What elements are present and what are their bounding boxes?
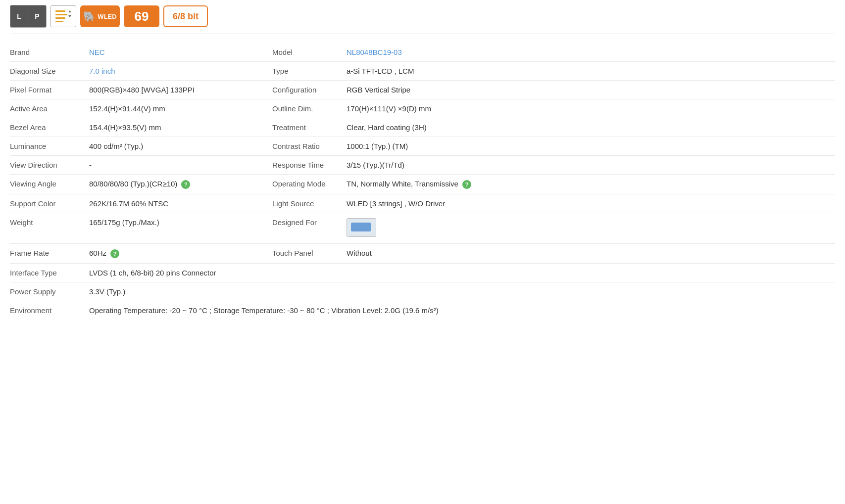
label-touch-panel: Touch Panel	[272, 244, 347, 264]
designed-for-image	[347, 218, 376, 237]
label-support-color: Support Color	[10, 194, 89, 213]
table-row: View Direction - Response Time 3/15 (Typ…	[10, 156, 835, 175]
value-pixel-format: 800(RGB)×480 [WVGA] 133PPI	[89, 81, 272, 99]
table-row: Viewing Angle 80/80/80/80 (Typ.)(CR≥10) …	[10, 175, 835, 194]
label-interface: Interface Type	[10, 264, 89, 282]
table-row: Brand NEC Model NL8048BC19-03	[10, 43, 835, 62]
value-outline-dim: 170(H)×111(V) ×9(D) mm	[347, 99, 835, 118]
label-viewing-angle: Viewing Angle	[10, 175, 89, 194]
operating-mode-help-icon[interactable]: ?	[462, 180, 471, 189]
table-row: Weight 165/175g (Typ./Max.) Designed For	[10, 213, 835, 244]
value-response-time: 3/15 (Typ.)(Tr/Td)	[347, 156, 835, 175]
value-configuration: RGB Vertical Stripe	[347, 81, 835, 99]
label-contrast-ratio: Contrast Ratio	[272, 137, 347, 156]
value-view-direction: -	[89, 156, 272, 175]
label-operating-mode: Operating Mode	[272, 175, 347, 194]
wled-label: WLED	[98, 13, 116, 20]
label-brand: Brand	[10, 43, 89, 62]
lines-icon	[55, 9, 71, 23]
wled-button[interactable]: 🐘 WLED	[80, 5, 120, 27]
label-designed-for: Designed For	[272, 213, 347, 244]
table-row: Active Area 152.4(H)×91.44(V) mm Outline…	[10, 99, 835, 118]
lines-button[interactable]	[50, 5, 76, 27]
68bit-label: 6/8 bit	[173, 11, 199, 22]
svg-rect-0	[55, 10, 65, 12]
value-touch-panel: Without	[347, 244, 835, 264]
svg-rect-2	[55, 17, 65, 19]
brand-link[interactable]: NEC	[89, 48, 105, 56]
table-row: Diagonal Size 7.0 inch Type a-Si TFT-LCD…	[10, 62, 835, 81]
label-bezel-area: Bezel Area	[10, 118, 89, 137]
value-operating-mode: TN, Normally White, Transmissive ?	[347, 175, 835, 194]
label-pixel-format: Pixel Format	[10, 81, 89, 99]
table-row: Bezel Area 154.4(H)×93.5(V) mm Treatment…	[10, 118, 835, 137]
svg-rect-3	[55, 21, 63, 22]
value-contrast-ratio: 1000:1 (Typ.) (TM)	[347, 137, 835, 156]
table-row: Power Supply 3.3V (Typ.)	[10, 282, 835, 301]
label-outline-dim: Outline Dim.	[272, 99, 347, 118]
label-diagonal: Diagonal Size	[10, 62, 89, 81]
label-model: Model	[272, 43, 347, 62]
value-luminance: 400 cd/m² (Typ.)	[89, 137, 272, 156]
diagonal-value: 7.0 inch	[89, 67, 115, 75]
label-configuration: Configuration	[272, 81, 347, 99]
l-label: L	[10, 5, 28, 27]
table-row: Luminance 400 cd/m² (Typ.) Contrast Rati…	[10, 137, 835, 156]
table-row: Support Color 262K/16.7M 60% NTSC Light …	[10, 194, 835, 213]
value-designed-for	[347, 213, 835, 244]
model-link[interactable]: NL8048BC19-03	[347, 48, 402, 56]
69-button[interactable]: 69	[124, 5, 159, 27]
value-environment: Operating Temperature: -20 ~ 70 °C ; Sto…	[89, 301, 835, 320]
viewing-angle-help-icon[interactable]: ?	[181, 180, 190, 189]
p-label: P	[28, 5, 46, 27]
label-response-time: Response Time	[272, 156, 347, 175]
value-weight: 165/175g (Typ./Max.)	[89, 213, 272, 244]
label-active-area: Active Area	[10, 99, 89, 118]
value-model: NL8048BC19-03	[347, 43, 835, 62]
value-bezel-area: 154.4(H)×93.5(V) mm	[89, 118, 272, 137]
label-environment: Environment	[10, 301, 89, 320]
label-weight: Weight	[10, 213, 89, 244]
label-treatment: Treatment	[272, 118, 347, 137]
value-diagonal: 7.0 inch	[89, 62, 272, 81]
value-viewing-angle: 80/80/80/80 (Typ.)(CR≥10) ?	[89, 175, 272, 194]
label-type: Type	[272, 62, 347, 81]
value-light-source: WLED [3 strings] , W/O Driver	[347, 194, 835, 213]
69-label: 69	[135, 9, 149, 24]
68bit-button[interactable]: 6/8 bit	[163, 5, 208, 27]
elephant-icon: 🐘	[83, 10, 96, 22]
value-power: 3.3V (Typ.)	[89, 282, 835, 301]
value-type: a-Si TFT-LCD , LCM	[347, 62, 835, 81]
value-brand: NEC	[89, 43, 272, 62]
label-power: Power Supply	[10, 282, 89, 301]
value-active-area: 152.4(H)×91.44(V) mm	[89, 99, 272, 118]
value-support-color: 262K/16.7M 60% NTSC	[89, 194, 272, 213]
svg-rect-1	[55, 14, 67, 15]
frame-rate-help-icon[interactable]: ?	[110, 249, 119, 258]
table-row: Interface Type LVDS (1 ch, 6/8-bit) 20 p…	[10, 264, 835, 282]
table-row: Environment Operating Temperature: -20 ~…	[10, 301, 835, 320]
label-frame-rate: Frame Rate	[10, 244, 89, 264]
value-treatment: Clear, Hard coating (3H)	[347, 118, 835, 137]
lp-button[interactable]: L P	[10, 5, 47, 28]
label-light-source: Light Source	[272, 194, 347, 213]
label-view-direction: View Direction	[10, 156, 89, 175]
table-row: Frame Rate 60Hz ? Touch Panel Without	[10, 244, 835, 264]
value-interface: LVDS (1 ch, 6/8-bit) 20 pins Connector	[89, 264, 835, 282]
label-luminance: Luminance	[10, 137, 89, 156]
value-frame-rate: 60Hz ?	[89, 244, 272, 264]
table-row: Pixel Format 800(RGB)×480 [WVGA] 133PPI …	[10, 81, 835, 99]
toolbar: L P 🐘 WLED 69 6/8 bit	[10, 5, 835, 34]
specs-table: Brand NEC Model NL8048BC19-03 Diagonal S…	[10, 43, 835, 320]
